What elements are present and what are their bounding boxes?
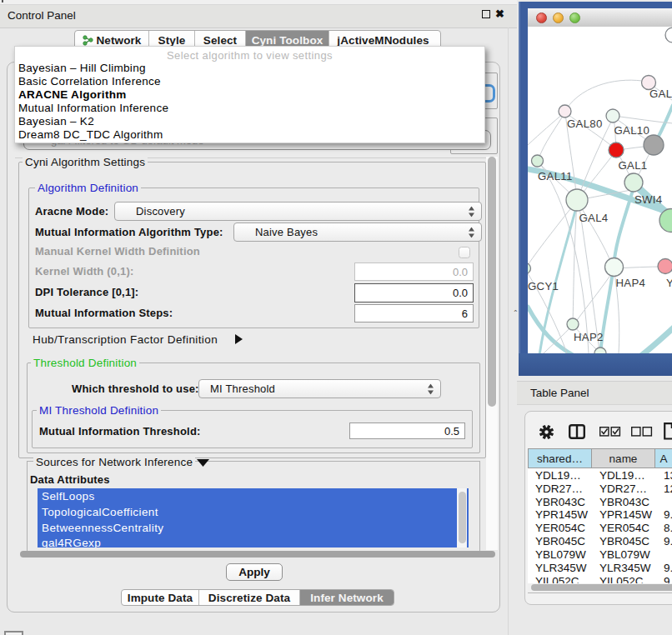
svg-text:GAL4: GAL4 bbox=[579, 212, 609, 224]
svg-text:GCY1: GCY1 bbox=[528, 280, 559, 292]
svg-text:HAP4: HAP4 bbox=[616, 277, 646, 289]
svg-text:GAL10: GAL10 bbox=[614, 124, 650, 137]
svg-text:SWI4: SWI4 bbox=[634, 193, 662, 206]
svg-text:Y: Y bbox=[666, 277, 672, 289]
svg-text:GAL1: GAL1 bbox=[619, 159, 648, 172]
svg-text:GAL11: GAL11 bbox=[538, 170, 573, 182]
svg-text:GAL80: GAL80 bbox=[567, 118, 603, 130]
svg-text:HAP2: HAP2 bbox=[574, 331, 604, 343]
svg-text:GAL7: GAL7 bbox=[649, 88, 672, 100]
